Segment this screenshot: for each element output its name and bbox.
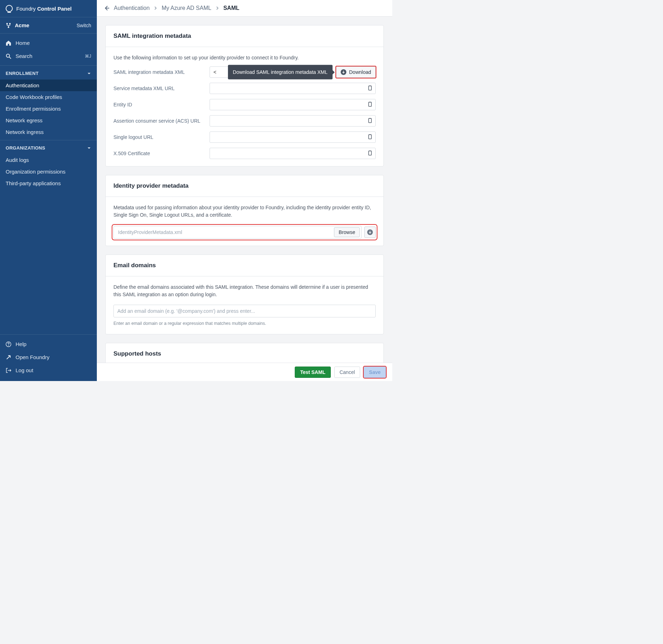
main: Authentication My Azure AD SAML SAML SAM…	[97, 0, 392, 381]
organizations-items: Audit logs Organization permissions Thir…	[0, 154, 97, 189]
label-service-url: Service metadata XML URL	[113, 85, 204, 92]
copy-service-url-button[interactable]	[366, 84, 374, 93]
field-certificate[interactable]	[210, 148, 376, 159]
svg-point-3	[6, 54, 10, 57]
clipboard-icon	[367, 118, 373, 123]
nav-home[interactable]: Home	[0, 36, 97, 49]
card-saml-metadata: SAML integration metadata Use the follow…	[105, 25, 384, 166]
breadcrumb-provider[interactable]: My Azure AD SAML	[162, 5, 211, 11]
svg-rect-15	[369, 151, 371, 155]
svg-rect-10	[369, 102, 371, 103]
label-certificate: X.509 Certificate	[113, 150, 204, 157]
label-entity-id: Entity ID	[113, 101, 204, 109]
svg-rect-9	[369, 102, 371, 106]
logout-icon	[6, 368, 11, 373]
svg-rect-0	[6, 23, 8, 24]
svg-rect-7	[369, 86, 371, 90]
enrollment-items: Authentication Code Workbook profiles En…	[0, 80, 97, 138]
idp-upload-row: Browse	[113, 226, 376, 239]
org-row: Acme Switch	[0, 17, 97, 34]
test-saml-button[interactable]: Test SAML	[295, 367, 330, 378]
section-header-organizations[interactable]: ORGANIZATIONS	[0, 140, 97, 154]
brand-title: Foundry Control Panel	[16, 6, 72, 12]
svg-rect-12	[369, 118, 371, 119]
card-title: Supported hosts	[106, 343, 383, 364]
back-arrow-icon[interactable]	[104, 5, 110, 11]
svg-rect-1	[9, 23, 11, 24]
sidebar-item-organization-permissions[interactable]: Organization permissions	[0, 166, 97, 177]
chevron-right-icon	[154, 6, 157, 10]
card-title: SAML integration metadata	[106, 25, 383, 47]
foundry-logo-icon	[6, 5, 13, 12]
card-idp-metadata: Identity provider metadata Metadata used…	[105, 175, 384, 246]
field-service-url[interactable]	[210, 83, 376, 94]
svg-rect-11	[369, 118, 371, 123]
field-slo-url[interactable]	[210, 131, 376, 143]
card-description: Use the following information to set up …	[113, 54, 376, 62]
svg-point-5	[8, 345, 9, 346]
clipboard-icon	[367, 150, 373, 156]
card-title: Identity provider metadata	[106, 175, 383, 197]
content-scroll[interactable]: SAML integration metadata Use the follow…	[97, 17, 392, 381]
copy-acs-url-button[interactable]	[366, 117, 374, 125]
breadcrumb-bar: Authentication My Azure AD SAML SAML	[97, 0, 392, 17]
chevron-right-icon	[216, 6, 219, 10]
home-icon	[6, 40, 11, 46]
copy-entity-id-button[interactable]	[366, 100, 374, 109]
help-icon	[6, 341, 11, 347]
download-metadata-button[interactable]: Download	[336, 66, 376, 78]
download-idp-button[interactable]	[364, 227, 376, 238]
search-icon	[6, 53, 11, 59]
sidebar-item-network-ingress[interactable]: Network ingress	[0, 126, 97, 138]
clipboard-icon	[367, 101, 373, 107]
footer-help[interactable]: Help	[0, 338, 97, 351]
brand-header: Foundry Control Panel	[0, 0, 97, 17]
svg-rect-8	[369, 86, 371, 86]
email-domain-helper: Enter an email domain or a regular expre…	[113, 320, 376, 327]
download-icon	[367, 229, 373, 235]
copy-certificate-button[interactable]	[366, 149, 374, 158]
open-external-icon	[6, 355, 11, 360]
sidebar-item-third-party-apps[interactable]: Third-party applications	[0, 177, 97, 189]
chevron-down-icon	[87, 146, 91, 150]
svg-rect-14	[369, 134, 371, 135]
sidebar-item-code-workbook[interactable]: Code Workbook profiles	[0, 91, 97, 103]
svg-rect-2	[8, 27, 9, 28]
footer-logout[interactable]: Log out	[0, 364, 97, 377]
field-acs-url[interactable]	[210, 115, 376, 127]
section-header-enrollment[interactable]: ENROLLMENT	[0, 66, 97, 80]
email-domain-input[interactable]	[113, 305, 376, 317]
card-description: Define the email domains associated with…	[113, 283, 376, 298]
breadcrumb-current: SAML	[223, 5, 239, 11]
svg-rect-16	[369, 151, 371, 151]
org-icon	[6, 23, 11, 28]
svg-rect-13	[369, 135, 371, 139]
switch-org-link[interactable]: Switch	[77, 23, 91, 28]
card-email-domains: Email domains Define the email domains a…	[105, 254, 384, 334]
clipboard-icon	[367, 134, 373, 140]
sidebar-item-audit-logs[interactable]: Audit logs	[0, 154, 97, 166]
download-tooltip: Download SAML integration metadata XML	[228, 65, 333, 80]
sidebar-item-enrollment-permissions[interactable]: Enrollment permissions	[0, 103, 97, 115]
cancel-button[interactable]: Cancel	[334, 367, 360, 378]
org-name: Acme	[15, 22, 29, 28]
action-bar: Test SAML Cancel Save	[97, 363, 392, 381]
field-entity-id[interactable]	[210, 99, 376, 110]
save-button[interactable]: Save	[364, 367, 386, 378]
copy-slo-url-button[interactable]	[366, 133, 374, 141]
browse-button[interactable]: Browse	[334, 227, 360, 237]
chevron-down-icon	[87, 71, 91, 76]
nav-search[interactable]: Search ⌘J	[0, 49, 97, 63]
label-acs-url: Assertion consumer service (ACS) URL	[113, 117, 204, 125]
search-shortcut: ⌘J	[85, 54, 91, 59]
label-slo-url: Single logout URL	[113, 134, 204, 141]
label-metadata-xml: SAML integration metadata XML	[113, 69, 204, 76]
card-description: Metadata used for passing information ab…	[113, 204, 376, 219]
download-icon	[341, 69, 346, 75]
sidebar-item-network-egress[interactable]: Network egress	[0, 115, 97, 126]
footer-open-foundry[interactable]: Open Foundry	[0, 351, 97, 364]
idp-file-input[interactable]	[118, 226, 334, 238]
sidebar: Foundry Control Panel Acme Switch Home S…	[0, 0, 97, 381]
breadcrumb-authentication[interactable]: Authentication	[114, 5, 149, 11]
sidebar-item-authentication[interactable]: Authentication	[0, 80, 97, 91]
